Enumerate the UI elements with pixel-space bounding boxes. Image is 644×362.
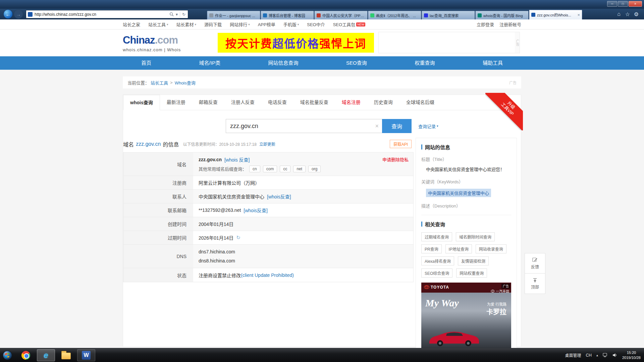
link-site-weight[interactable]: 网站权重查询 (456, 268, 487, 278)
home-icon[interactable]: ⌂ (614, 10, 623, 18)
login-link[interactable]: 立即登录 (477, 21, 494, 27)
tab-email-reverse[interactable]: 邮箱反查 (192, 95, 224, 110)
settings-gear-icon[interactable]: ⚙ (632, 10, 641, 18)
link-alexa-rank[interactable]: Alexa排名查询 (421, 256, 454, 265)
forward-button[interactable]: → (14, 9, 23, 19)
mainnav-item-seo[interactable]: SEO查询 (343, 56, 370, 70)
mainnav-item-domain-ip[interactable]: 域名/IP类 (196, 56, 224, 70)
address-bar[interactable]: ▾ ↻ (26, 10, 188, 18)
browser-tab-active[interactable]: zzz.gov.cn的Whois... × (529, 10, 582, 19)
tab-whois-query[interactable]: whois查询 (123, 95, 160, 110)
suffix-cc-button[interactable]: cc (280, 166, 290, 172)
tab-domain-register[interactable]: 域名注册 (335, 95, 367, 110)
back-button[interactable]: ← (3, 9, 13, 19)
browser-tab[interactable]: 博客后台管理 - 博客园 (261, 11, 314, 19)
topnav-item-mobile[interactable]: 手机版▾ (283, 21, 299, 27)
ad-label: 广告 (501, 284, 510, 289)
mainnav-item-aux-tools[interactable]: 辅助工具 (479, 56, 506, 70)
register-link[interactable]: 注册新帐号 (499, 21, 521, 27)
topnav-item-tools[interactable]: 站长工具▾ (148, 21, 168, 27)
status-detail-link[interactable]: (client Update Prohibited) (241, 273, 294, 278)
vip-ribbon[interactable]: 升级 工具VIP (485, 93, 523, 130)
empty-ad-slot[interactable]: 广告 (378, 32, 520, 53)
keyword-chip[interactable]: 中央国家机关住房资金管理中心 (426, 189, 491, 197)
domain-search-input[interactable] (226, 119, 382, 133)
maximize-button[interactable]: □ (618, 1, 628, 7)
browser-tab[interactable]: lac查询_百度搜索 (422, 11, 475, 19)
query-history-link[interactable]: 查询记录 ▾ (418, 123, 438, 129)
row-label: 创建时间 (123, 217, 193, 231)
taskbar-clock[interactable]: 15:20 2019/10/28 (622, 350, 641, 360)
suffix-cn-button[interactable]: cn (249, 166, 260, 172)
network-icon[interactable] (603, 353, 608, 357)
back-to-top-button[interactable]: 顶部 (525, 274, 545, 294)
topnav-item-material[interactable]: 站长素材▾ (176, 21, 197, 27)
search-icon[interactable] (168, 12, 175, 16)
chinaz-logo[interactable]: Chinaz.com whois.chinaz.com | Whois (123, 34, 181, 52)
link-ip-query[interactable]: IP地址查询 (445, 244, 472, 253)
browser-tab[interactable]: 画皮Ⅱ（2012年周迅、 ... (368, 11, 421, 19)
clear-input-icon[interactable]: × (375, 122, 379, 130)
start-button[interactable] (0, 348, 15, 362)
browser-tab[interactable]: whois查询 - 国内版 Bing (475, 11, 529, 19)
suffix-org-button[interactable]: org (308, 166, 321, 172)
mainnav-item-weight[interactable]: 权重查询 (411, 56, 438, 70)
mainnav-item-site-info[interactable]: 网站信息查询 (265, 56, 302, 70)
whois-reverse-link[interactable]: [whois反查] (267, 193, 291, 200)
show-hidden-icons[interactable]: ▴ (596, 353, 598, 357)
taskbar-word-button[interactable]: W (77, 349, 95, 361)
yellow-ad-banner[interactable]: 按天计费 超低价格 强悍上词 (218, 33, 374, 53)
topnav-item-home[interactable]: 站长之家 (123, 21, 140, 27)
taskbar-chrome-button[interactable] (17, 349, 35, 361)
link-friend-link-check[interactable]: 友情链接检测 (458, 256, 489, 265)
volume-icon[interactable] (612, 353, 618, 357)
browser-tab[interactable]: 作业一 - gaojianppsuc ... (207, 11, 260, 19)
link-pr-query[interactable]: PR查询 (421, 244, 442, 253)
desktop-manager-item[interactable]: 桌面管理 (565, 352, 581, 358)
table-row-status: 状态 注册商设置禁止修改 (client Update Prohibited) (123, 268, 413, 282)
tab-registrant-reverse[interactable]: 注册人反查 (224, 95, 261, 110)
toyota-ad-banner[interactable]: TOYOTA 广告 一汽丰田 My Way 为爱 行我路 卡罗拉 (421, 283, 511, 350)
topnav-item-app[interactable]: APP榜单 (258, 21, 275, 27)
breadcrumb-link-tools[interactable]: 站长工具 (151, 79, 168, 86)
tab-domain-batch-reverse[interactable]: 域名批量反查 (293, 95, 335, 110)
topnav-item-source[interactable]: 源码下载 (204, 21, 222, 27)
link-site-index-query[interactable]: 网站收录查询 (476, 244, 506, 253)
browser-tab[interactable]: 中国人民公安大学（PPS... (314, 11, 368, 19)
link-expired-domains[interactable]: 过期域名查询 (421, 232, 452, 241)
breadcrumb-link-whois[interactable]: Whois查询 (175, 79, 196, 86)
feedback-button[interactable]: 反馈 (525, 253, 545, 274)
link-seo-overview[interactable]: SEO综合查询 (421, 268, 452, 278)
result-domain[interactable]: zzz.gov.cn (136, 141, 161, 147)
tab-label: 博客后台管理 - 博客园 (269, 13, 312, 18)
refresh-icon[interactable]: ↻ (181, 12, 186, 17)
whois-reverse-link[interactable]: [whois 反查] (224, 156, 250, 163)
taskbar-explorer-button[interactable] (57, 349, 75, 361)
topnav-item-ranking[interactable]: 网站排行▾ (230, 21, 250, 27)
suffix-net-button[interactable]: net (293, 166, 306, 172)
suffix-com-button[interactable]: com (263, 166, 277, 172)
minimize-button[interactable]: ─ (607, 1, 617, 7)
close-button[interactable]: × (629, 1, 642, 7)
tab-history-query[interactable]: 历史查询 (367, 95, 399, 110)
tab-global-suffix[interactable]: 全球域名后缀 (399, 95, 441, 110)
tab-newly-registered[interactable]: 最新注册 (160, 95, 192, 110)
topnav-item-seo-agent[interactable]: SEO中介 (307, 21, 325, 27)
query-button[interactable]: 查询 (382, 119, 412, 133)
tab-close-icon[interactable]: × (577, 12, 580, 17)
get-api-button[interactable]: 获取API (390, 140, 412, 148)
privacy-removal-link[interactable]: 申请删除隐私 (382, 156, 409, 163)
mainnav-item-home[interactable]: 首页 (138, 56, 155, 70)
whois-reverse-link[interactable]: [whois反查] (244, 207, 268, 214)
update-now-link[interactable]: 立即更新 (259, 141, 275, 147)
url-input[interactable] (33, 12, 168, 17)
refresh-expiry-icon[interactable]: ↻ (236, 235, 240, 241)
address-caret-down-icon[interactable]: ▾ (175, 12, 179, 17)
link-domain-delete-time[interactable]: 域名删除时间查询 (456, 232, 495, 241)
tab-favicon-pps-icon (370, 13, 374, 17)
language-indicator[interactable]: CH (586, 353, 592, 358)
tab-phone-reverse[interactable]: 电话反查 (261, 95, 293, 110)
topnav-item-seo-kit[interactable]: SEO工具包NEW (333, 21, 365, 27)
favorites-star-icon[interactable]: ☆ (623, 10, 632, 18)
taskbar-ie-button[interactable]: e (37, 349, 55, 361)
